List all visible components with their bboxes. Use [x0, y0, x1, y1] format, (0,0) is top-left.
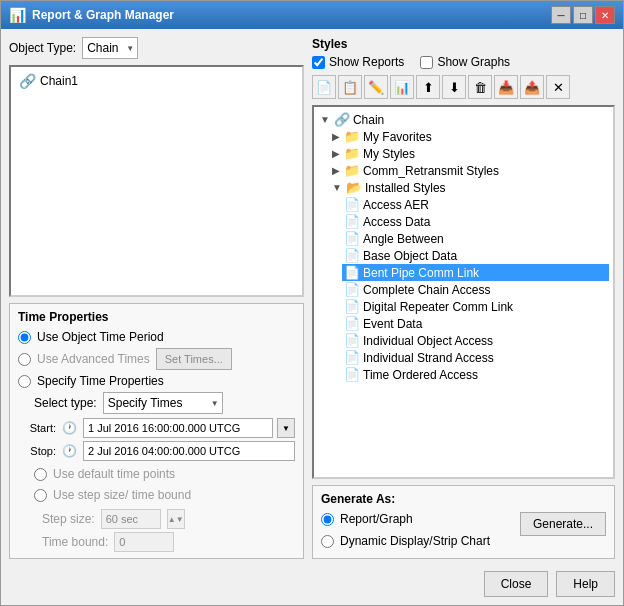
time-range-section: Start: 🕐 ▼ Stop: 🕐 — [26, 418, 295, 461]
use-object-time-period-row: Use Object Time Period — [18, 330, 295, 344]
step-size-row: Step size: ▲▼ — [42, 509, 295, 529]
tree-access-aer[interactable]: 📄 Access AER — [342, 196, 609, 213]
styles-toolbar: 📄 📋 ✏️ 📊 ⬆ ⬇ 🗑 📥 📤 ✕ — [312, 75, 615, 99]
step-size-label: Step size: — [42, 512, 95, 526]
tree-comm-retransmit[interactable]: ▶ 📁 Comm_Retransmit Styles — [330, 162, 609, 179]
tree-root[interactable]: ▼ 🔗 Chain — [318, 111, 609, 128]
use-object-time-period-label: Use Object Time Period — [37, 330, 164, 344]
event-data-label: Event Data — [363, 317, 422, 331]
tree-my-favorites[interactable]: ▶ 📁 My Favorites — [330, 128, 609, 145]
tree-access-data[interactable]: 📄 Access Data — [342, 213, 609, 230]
maximize-button[interactable]: □ — [573, 6, 593, 24]
styles-section: Styles Show Reports Show Graphs — [312, 37, 615, 69]
toolbar-copy-button[interactable]: 📋 — [338, 75, 362, 99]
report-graph-label: Report/Graph — [340, 512, 413, 526]
time-properties-title: Time Properties — [18, 310, 295, 324]
report-graph-radio[interactable] — [321, 513, 334, 526]
generate-button[interactable]: Generate... — [520, 512, 606, 536]
start-dropdown-button[interactable]: ▼ — [277, 418, 295, 438]
show-reports-checkbox-label[interactable]: Show Reports — [312, 55, 404, 69]
tree-event-data[interactable]: 📄 Event Data — [342, 315, 609, 332]
step-size-input[interactable] — [101, 509, 161, 529]
time-properties-section: Time Properties Use Object Time Period U… — [9, 303, 304, 559]
toolbar-chart-button[interactable]: 📊 — [390, 75, 414, 99]
select-type-dropdown[interactable]: Specify Times — [103, 392, 223, 414]
tree-installed-styles[interactable]: ▼ 📂 Installed Styles — [330, 179, 609, 196]
dynamic-display-radio-label[interactable]: Dynamic Display/Strip Chart — [321, 534, 490, 548]
left-panel: Object Type: Chain 🔗 Chain1 Time Propert… — [9, 37, 304, 559]
toolbar-down-button[interactable]: ⬇ — [442, 75, 466, 99]
access-data-icon: 📄 — [344, 214, 360, 229]
time-bound-row: Time bound: — [42, 532, 295, 552]
time-ordered-access-icon: 📄 — [344, 367, 360, 382]
angle-between-icon: 📄 — [344, 231, 360, 246]
chain-item-label: Chain1 — [40, 74, 78, 88]
tree-digital-repeater[interactable]: 📄 Digital Repeater Comm Link — [342, 298, 609, 315]
base-object-data-label: Base Object Data — [363, 249, 457, 263]
show-reports-checkbox[interactable] — [312, 56, 325, 69]
toolbar-up-button[interactable]: ⬆ — [416, 75, 440, 99]
start-time-input[interactable] — [83, 418, 273, 438]
stop-clock-icon: 🕐 — [62, 444, 77, 458]
stop-time-input[interactable] — [83, 441, 295, 461]
individual-strand-access-icon: 📄 — [344, 350, 360, 365]
my-favorites-label: My Favorites — [363, 130, 432, 144]
start-label: Start: — [26, 422, 56, 434]
use-object-time-period-radio[interactable] — [18, 331, 31, 344]
step-size-spinner[interactable]: ▲▼ — [167, 509, 185, 529]
toolbar-delete-button[interactable]: 🗑 — [468, 75, 492, 99]
close-window-button[interactable]: ✕ — [595, 6, 615, 24]
show-graphs-checkbox-label[interactable]: Show Graphs — [420, 55, 510, 69]
tree-angle-between[interactable]: 📄 Angle Between — [342, 230, 609, 247]
toolbar-edit-button[interactable]: ✏️ — [364, 75, 388, 99]
toolbar-export-button[interactable]: 📤 — [520, 75, 544, 99]
close-button[interactable]: Close — [484, 571, 549, 597]
complete-chain-label: Complete Chain Access — [363, 283, 490, 297]
set-times-button[interactable]: Set Times... — [156, 348, 232, 370]
help-button[interactable]: Help — [556, 571, 615, 597]
tree-bent-pipe-comm-link[interactable]: 📄 Bent Pipe Comm Link — [342, 264, 609, 281]
angle-between-label: Angle Between — [363, 232, 444, 246]
use-advanced-times-radio[interactable] — [18, 353, 31, 366]
bent-pipe-label: Bent Pipe Comm Link — [363, 266, 479, 280]
time-points-section: Use default time points Use step size/ t… — [34, 467, 295, 552]
show-graphs-checkbox[interactable] — [420, 56, 433, 69]
tree-my-styles[interactable]: ▶ 📁 My Styles — [330, 145, 609, 162]
tree-base-object-data[interactable]: 📄 Base Object Data — [342, 247, 609, 264]
chain-item[interactable]: 🔗 Chain1 — [15, 71, 298, 91]
specify-time-properties-radio[interactable] — [18, 375, 31, 388]
object-list[interactable]: 🔗 Chain1 — [9, 65, 304, 297]
right-panel: Styles Show Reports Show Graphs 📄 📋 ✏️ — [312, 37, 615, 559]
toolbar-new-button[interactable]: 📄 — [312, 75, 336, 99]
root-chain-icon: 🔗 — [334, 112, 350, 127]
specify-time-properties-label: Specify Time Properties — [37, 374, 164, 388]
time-bound-input[interactable] — [114, 532, 174, 552]
tree-individual-object-access[interactable]: 📄 Individual Object Access — [342, 332, 609, 349]
tree-individual-strand-access[interactable]: 📄 Individual Strand Access — [342, 349, 609, 366]
access-data-label: Access Data — [363, 215, 430, 229]
report-graph-radio-label[interactable]: Report/Graph — [321, 512, 490, 526]
start-clock-icon: 🕐 — [62, 421, 77, 435]
styles-checkboxes: Show Reports Show Graphs — [312, 55, 615, 69]
minimize-button[interactable]: ─ — [551, 6, 571, 24]
styles-tree[interactable]: ▼ 🔗 Chain ▶ 📁 My Favorites ▶ 📁 My Styles… — [312, 105, 615, 479]
toolbar-import-button[interactable]: 📥 — [494, 75, 518, 99]
main-window: 📊 Report & Graph Manager ─ □ ✕ Object Ty… — [0, 0, 624, 606]
window-icon: 📊 — [9, 7, 26, 23]
digital-repeater-icon: 📄 — [344, 299, 360, 314]
tree-time-ordered-access[interactable]: 📄 Time Ordered Access — [342, 366, 609, 383]
use-step-size-label: Use step size/ time bound — [53, 488, 191, 502]
stop-label: Stop: — [26, 445, 56, 457]
use-step-size-radio[interactable] — [34, 489, 47, 502]
object-type-dropdown[interactable]: Chain — [82, 37, 138, 59]
generate-radios: Report/Graph Dynamic Display/Strip Chart — [321, 512, 490, 552]
dynamic-display-radio[interactable] — [321, 535, 334, 548]
bottom-buttons: Close Help — [1, 567, 623, 605]
toolbar-close-button[interactable]: ✕ — [546, 75, 570, 99]
select-type-label: Select type: — [34, 396, 97, 410]
use-default-time-radio[interactable] — [34, 468, 47, 481]
tree-complete-chain-access[interactable]: 📄 Complete Chain Access — [342, 281, 609, 298]
generate-row: Report/Graph Dynamic Display/Strip Chart… — [321, 512, 606, 552]
use-default-time-label: Use default time points — [53, 467, 175, 481]
window-controls: ─ □ ✕ — [551, 6, 615, 24]
